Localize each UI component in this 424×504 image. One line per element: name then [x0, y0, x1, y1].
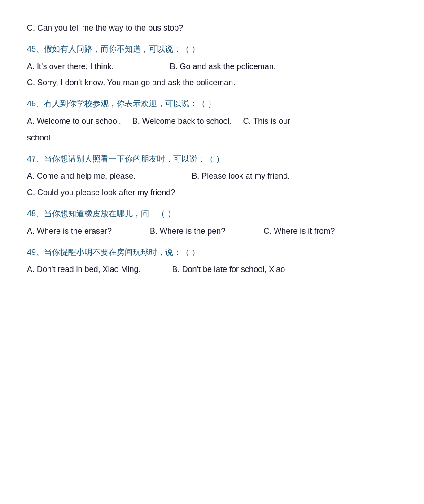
q47-answer-c: C. Could you please look after my friend…: [27, 186, 397, 199]
question-46: 46、有人到你学校参观，你表示欢迎，可以说：（ ）: [27, 97, 397, 110]
q47-answer-b: B. Please look at my friend.: [192, 171, 290, 180]
q48-answer-c: C. Where is it from?: [263, 227, 335, 236]
q49-answers: A. Don't read in bed, Xiao Ming. B. Don'…: [27, 263, 397, 276]
q46-continuation: school.: [27, 131, 397, 145]
q45-answer-c: C. Sorry, I don't know. You man go and a…: [27, 76, 397, 89]
q45-answer-a: A. It's over there, I think.: [27, 62, 114, 71]
question-49: 49、当你提醒小明不要在房间玩球时，说：（ ）: [27, 246, 397, 259]
q48-answer-b: B. Where is the pen?: [150, 227, 225, 236]
question-45: 45、假如有人问路，而你不知道，可以说：（ ）: [27, 43, 397, 56]
q47-answer-ab: A. Come and help me, please. B. Please l…: [27, 170, 397, 183]
q45-answer-ab: A. It's over there, I think. B. Go and a…: [27, 60, 397, 73]
q47-answer-a: A. Come and help me, please.: [27, 171, 136, 180]
q48-answer-a: A. Where is the eraser?: [27, 227, 112, 236]
q46-answers: A. Welcome to our school. B. Welcome bac…: [27, 115, 397, 128]
q45-answer-b: B. Go and ask the policeman.: [170, 62, 276, 71]
question-46-block: 46、有人到你学校参观，你表示欢迎，可以说：（ ） A. Welcome to …: [27, 97, 397, 144]
page-content: C. Can you tell me the way to the bus st…: [27, 22, 397, 276]
question-49-block: 49、当你提醒小明不要在房间玩球时，说：（ ） A. Don't read in…: [27, 246, 397, 276]
question-47: 47、当你想请别人照看一下你的朋友时，可以说：（ ）: [27, 153, 397, 166]
question-48: 48、当你想知道橡皮放在哪儿，问：（ ）: [27, 207, 397, 220]
q48-answers: A. Where is the eraser? B. Where is the …: [27, 225, 397, 238]
item-c-prev: C. Can you tell me the way to the bus st…: [27, 22, 397, 35]
question-45-block: 45、假如有人问路，而你不知道，可以说：（ ） A. It's over the…: [27, 43, 397, 89]
question-47-block: 47、当你想请别人照看一下你的朋友时，可以说：（ ） A. Come and h…: [27, 153, 397, 199]
question-48-block: 48、当你想知道橡皮放在哪儿，问：（ ） A. Where is the era…: [27, 207, 397, 238]
answer-c-prev: C. Can you tell me the way to the bus st…: [27, 22, 397, 35]
